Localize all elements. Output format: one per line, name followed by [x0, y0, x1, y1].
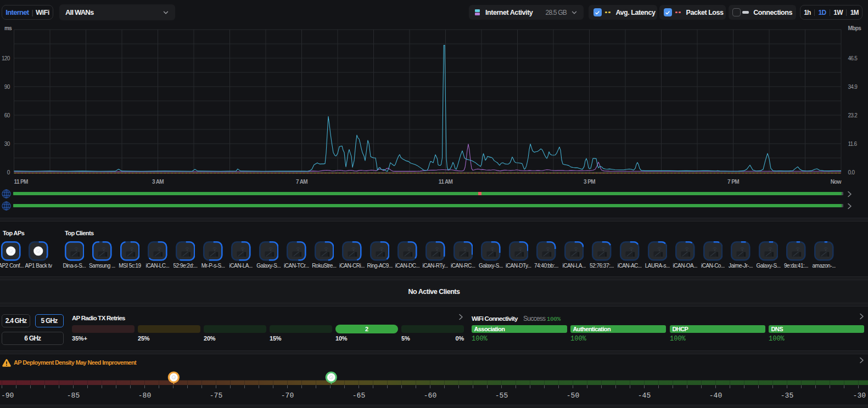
svg-text:Now: Now: [831, 179, 842, 185]
svg-text:120: 120: [2, 55, 10, 61]
svg-text:11 PM: 11 PM: [14, 179, 29, 185]
svg-text:-55: -55: [495, 392, 508, 400]
svg-text:ms: ms: [4, 25, 12, 31]
svg-text:3 AM: 3 AM: [152, 179, 164, 185]
svg-text:11 AM: 11 AM: [439, 179, 453, 185]
svg-text:23.2: 23.2: [848, 112, 858, 118]
svg-text:-30: -30: [853, 392, 866, 400]
svg-text:-85: -85: [67, 392, 80, 400]
svg-text:-70: -70: [281, 392, 294, 400]
svg-text:-90: -90: [1, 392, 14, 400]
svg-text:-80: -80: [138, 392, 151, 400]
svg-text:0: 0: [7, 169, 10, 175]
svg-text:-60: -60: [424, 392, 436, 400]
svg-text:-45: -45: [638, 392, 651, 400]
svg-text:46.5: 46.5: [848, 55, 858, 61]
svg-text:-35: -35: [781, 392, 793, 400]
svg-text:-65: -65: [352, 392, 365, 400]
svg-text:7 AM: 7 AM: [296, 179, 307, 185]
svg-text:0.0: 0.0: [848, 169, 855, 175]
svg-text:-75: -75: [210, 392, 222, 400]
svg-text:11.6: 11.6: [848, 141, 858, 147]
svg-text:3 PM: 3 PM: [584, 179, 595, 185]
svg-text:60: 60: [4, 112, 10, 118]
svg-text:-50: -50: [567, 392, 579, 400]
svg-text:-40: -40: [709, 392, 722, 400]
svg-text:30: 30: [4, 141, 10, 147]
svg-text:7 PM: 7 PM: [727, 179, 739, 185]
svg-text:Mbps: Mbps: [848, 25, 862, 31]
svg-text:90: 90: [4, 84, 10, 90]
svg-text:34.9: 34.9: [848, 84, 858, 90]
